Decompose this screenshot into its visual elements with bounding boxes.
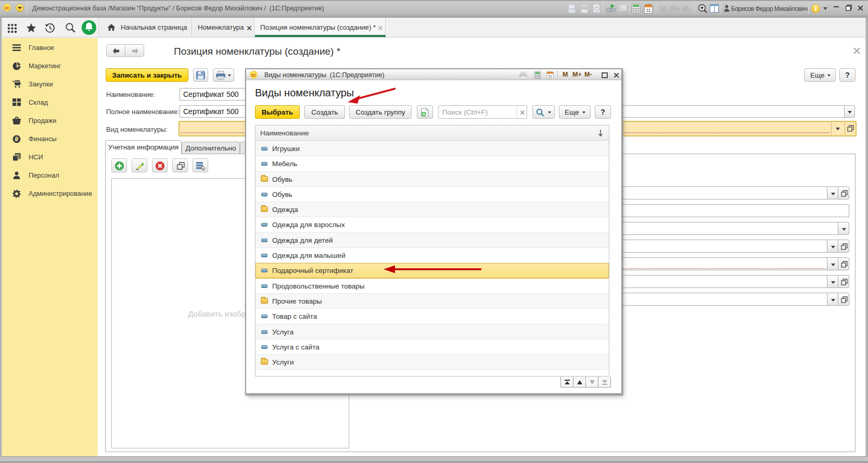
svg-text:1С: 1С: [4, 6, 9, 10]
svg-text:31: 31: [548, 74, 552, 78]
svg-text:31: 31: [646, 8, 651, 13]
svg-text:1С: 1С: [251, 73, 257, 78]
svg-text:₽: ₽: [15, 136, 19, 142]
